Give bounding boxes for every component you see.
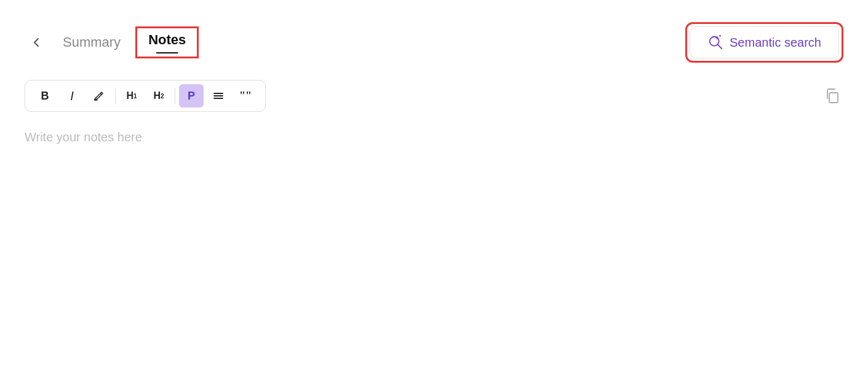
- notes-tab-wrapper: Notes: [135, 26, 199, 58]
- header-left: Summary Notes: [25, 26, 199, 58]
- semantic-search-icon: [707, 34, 723, 50]
- toolbar-divider: [115, 88, 116, 104]
- copy-icon: [824, 87, 841, 104]
- quote-button[interactable]: " ": [233, 84, 258, 108]
- italic-button[interactable]: I: [60, 84, 84, 108]
- semantic-search-label: Semantic search: [730, 36, 821, 50]
- semantic-search-wrapper: Semantic search: [685, 22, 843, 63]
- bold-button[interactable]: B: [33, 84, 57, 108]
- formatting-toolbar: B I H1 H2 P: [25, 80, 266, 112]
- back-button[interactable]: [25, 33, 48, 52]
- copy-button[interactable]: [821, 85, 843, 107]
- list-button[interactable]: [206, 84, 231, 108]
- pencil-icon: [93, 90, 105, 102]
- semantic-search-button[interactable]: Semantic search: [690, 26, 839, 58]
- tab-summary[interactable]: Summary: [55, 29, 128, 55]
- highlight-button[interactable]: [87, 84, 111, 108]
- editor-placeholder: Write your notes here: [25, 130, 142, 144]
- editor-area[interactable]: Write your notes here: [0, 112, 868, 296]
- svg-rect-10: [829, 93, 838, 103]
- list-icon: [212, 90, 225, 102]
- toolbar-divider-2: [175, 88, 175, 104]
- svg-line-1: [718, 45, 722, 49]
- toolbar: B I H1 H2 P: [0, 80, 868, 112]
- paragraph-button[interactable]: P: [179, 84, 204, 108]
- h2-button[interactable]: H2: [146, 84, 171, 108]
- header: Summary Notes Semantic search: [0, 0, 868, 74]
- tab-notes[interactable]: Notes: [148, 32, 186, 51]
- h1-button[interactable]: H1: [119, 84, 144, 108]
